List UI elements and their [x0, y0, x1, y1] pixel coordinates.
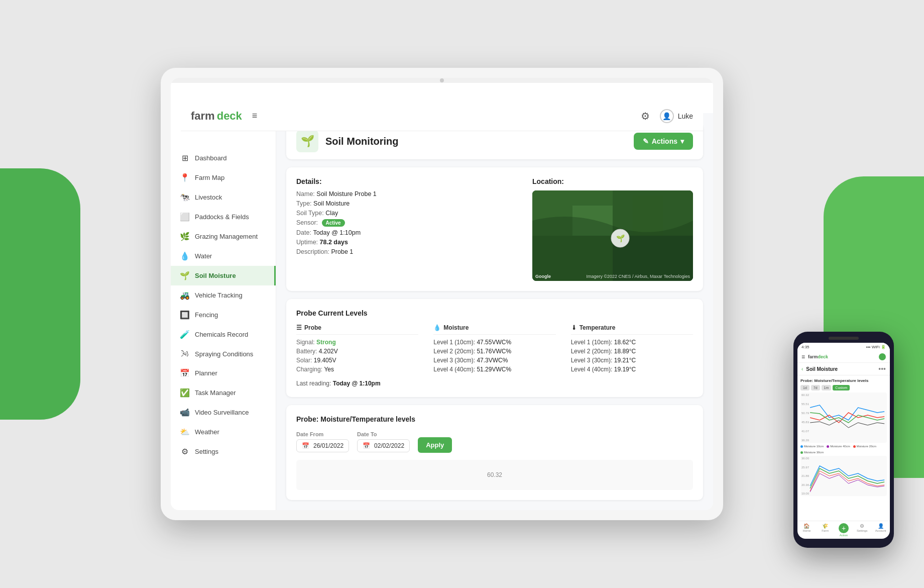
sidebar-item-water[interactable]: 💧 Water	[171, 246, 276, 266]
paddocks-icon: ⬜	[180, 212, 190, 222]
sidebar-item-paddocks[interactable]: ⬜ Paddocks & Fields	[171, 207, 276, 227]
phone-nav-settings[interactable]: ⚙ Settings	[853, 523, 871, 537]
detail-soil-label: Soil Type:	[296, 210, 324, 217]
phone-menu-dots[interactable]: •••	[878, 365, 886, 373]
settings-icon[interactable]: ⚙	[641, 110, 650, 122]
temperature-icon: 🌡	[571, 324, 577, 331]
phone-nav-farm[interactable]: 🌾 Farm	[816, 523, 835, 537]
dashboard-icon: ⊞	[180, 153, 190, 163]
temp-row-3: Level 3 (30cm): 19.21°C	[571, 357, 693, 364]
sidebar-item-grazing[interactable]: 🌿 Grazing Management	[171, 227, 276, 246]
map-image: 🌱 Google Imagery ©2022 CNES / Airbus, Ma…	[532, 190, 693, 281]
phone-nav-home-icon: 🏠	[803, 523, 810, 529]
legend-40cm: Moisture 40cm	[827, 445, 850, 448]
sidebar-item-livestock[interactable]: 🐄 Livestock	[171, 187, 276, 207]
probe-col: ☰ Probe Signal: Strong Battery:	[296, 324, 418, 375]
sidebar-label-farm-map: Farm Map	[195, 174, 224, 181]
apply-button[interactable]: Apply	[418, 437, 452, 453]
phone-nav-account[interactable]: 👤 Account	[871, 523, 890, 537]
last-reading-value: Today @ 1:10pm	[333, 380, 381, 387]
temp-value-4: 19.19°C	[614, 366, 636, 373]
date-to-label: Date To	[357, 431, 410, 437]
detail-type-row: Type: Soil Moisture	[296, 200, 517, 207]
sidebar-item-chemicals[interactable]: 🧪 Chemicals Record	[171, 325, 276, 344]
sidebar-item-dashboard[interactable]: ⊞ Dashboard	[171, 148, 276, 168]
legend-30cm: Moisture 30cm	[800, 451, 824, 454]
detail-date-row: Date: Today @ 1:10pm	[296, 229, 517, 236]
sidebar-label-video: Video Surveillance	[195, 409, 249, 416]
sidebar-item-planner[interactable]: 📅 Planner	[171, 363, 276, 383]
sidebar-item-task[interactable]: ✅ Task Manager	[171, 383, 276, 403]
calendar-to-icon: 📅	[363, 442, 370, 449]
sidebar-label-paddocks: Paddocks & Fields	[195, 213, 249, 221]
probe-levels-card: Probe Current Levels ☰ Probe Signa	[286, 299, 703, 397]
legend-10cm: Moisture 10cm	[800, 445, 824, 448]
phone-nav-settings-icon: ⚙	[860, 523, 864, 529]
detail-type-value: Soil Moisture	[313, 200, 350, 207]
sidebar-label-weather: Weather	[195, 428, 219, 436]
phone-nav-home[interactable]: 🏠 Home	[797, 523, 816, 537]
actions-button[interactable]: ✎ Actions ▾	[634, 133, 693, 150]
charging-label: Charging:	[296, 366, 322, 373]
moisture-icon: 💧	[433, 324, 441, 331]
phone-page-header: ‹ Soil Moisture •••	[797, 363, 890, 375]
sidebar-item-vehicle[interactable]: 🚜 Vehicle Tracking	[171, 285, 276, 305]
detail-name-label: Name:	[296, 190, 315, 198]
date-to-input[interactable]: 📅 02/02/2022	[357, 439, 410, 452]
sidebar-item-weather[interactable]: ⛅ Weather	[171, 422, 276, 442]
detail-name-value: Soil Moisture Probe 1	[316, 190, 377, 198]
probe-solar-row: Solar: 19.405V	[296, 357, 418, 364]
probe-levels-heading: Probe Current Levels	[296, 309, 693, 317]
moisture-col-header: 💧 Moisture	[433, 324, 555, 335]
last-reading-label: Last reading:	[296, 380, 331, 387]
sidebar-item-video[interactable]: 📹 Video Surveillance	[171, 403, 276, 422]
phone-bottom-nav: 🏠 Home 🌾 Farm + Action ⚙ Settings 👤	[797, 521, 890, 539]
svg-text:🌱: 🌱	[616, 234, 625, 243]
phone-logo: farmdeck	[808, 354, 828, 359]
phone-tab-1m[interactable]: 1m	[822, 385, 832, 390]
phone-tab-7d[interactable]: 7d	[811, 385, 820, 390]
detail-soil-row: Soil Type: Clay	[296, 210, 517, 217]
scene: farmdeck ≡ ⚙ 👤 Luke	[0, 0, 924, 588]
moisture-row-4: Level 4 (40cm): 51.29VWC%	[433, 366, 555, 373]
video-icon: 📹	[180, 408, 190, 417]
sidebar-item-farm-map[interactable]: 📍 Farm Map	[171, 168, 276, 187]
hamburger-icon[interactable]: ≡	[252, 111, 258, 121]
phone-hamburger[interactable]: ≡	[801, 353, 805, 360]
temp-row-1: Level 1 (10cm): 18.62°C	[571, 339, 693, 346]
phone-back-button[interactable]: ‹	[801, 366, 803, 372]
phone-nav-account-icon: 👤	[878, 523, 884, 529]
sidebar-item-settings[interactable]: ⚙ Settings	[171, 442, 276, 461]
phone-chart-tabs: 1d 7d 1m Custom	[800, 385, 887, 390]
phone-tab-1d[interactable]: 1d	[800, 385, 810, 390]
phone-nav-add-icon[interactable]: +	[839, 523, 849, 533]
moisture-label-3: Level 3 (30cm):	[433, 357, 475, 364]
phone-time: 4:35	[801, 345, 810, 349]
actions-label: Actions	[652, 137, 677, 145]
moisture-value-2: 51.76VWC%	[477, 348, 511, 355]
sidebar-item-soil-moisture[interactable]: 🌱 Soil Moisture	[171, 266, 276, 285]
app-header: farmdeck ≡ ⚙ 👤 Luke	[181, 101, 703, 131]
sidebar-item-fencing[interactable]: 🔲 Fencing	[171, 305, 276, 325]
temperature-col: 🌡 Temperature Level 1 (10cm): 18.62°C Le…	[571, 324, 693, 375]
moisture-value-1: 47.55VWC%	[477, 339, 511, 346]
sidebar: ⊞ Dashboard 📍 Farm Map 🐄 Livestock ⬜	[171, 113, 276, 510]
charging-value: Yes	[324, 366, 334, 373]
sidebar-item-spraying[interactable]: 🌬 Spraying Conditions	[171, 344, 276, 363]
temp-label-3: Level 3 (30cm):	[571, 357, 613, 364]
user-menu[interactable]: 👤 Luke	[660, 109, 693, 123]
sensor-badge: Active	[322, 219, 345, 227]
phone-status-bar: 4:35 ▪▪▪ WiFi 🔋	[797, 343, 890, 351]
map-google-label: Google	[535, 274, 551, 279]
sidebar-label-soil-moisture: Soil Moisture	[195, 272, 236, 279]
signal-value: Strong	[316, 339, 336, 346]
fencing-icon: 🔲	[180, 310, 190, 320]
date-from-input[interactable]: 📅 26/01/2022	[296, 439, 349, 452]
phone-nav-action[interactable]: + Action	[835, 523, 853, 537]
details-right: Location:	[532, 177, 693, 281]
moisture-row-2: Level 2 (20cm): 51.76VWC%	[433, 348, 555, 355]
phone-probe-title: Probe: Moisture/Temperature levels	[800, 378, 887, 383]
probe-table: ☰ Probe Signal: Strong Battery:	[296, 324, 693, 375]
phone-tab-custom[interactable]: Custom	[833, 385, 850, 390]
date-from-group: Date From 📅 26/01/2022	[296, 431, 349, 452]
